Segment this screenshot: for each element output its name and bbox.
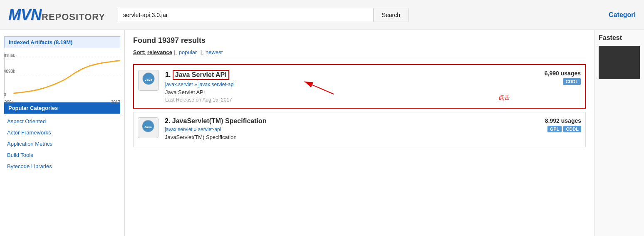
right-panel: Fastest — [594, 30, 644, 236]
logo-mvn: MVN — [8, 6, 42, 24]
sidebar-item-aspect-oriented[interactable]: Aspect Oriented — [0, 116, 124, 127]
sort-newest-link[interactable]: newest — [206, 49, 223, 55]
sort-separator-1: | — [174, 49, 177, 55]
result-card-1: Java 1. Java Servlet API javax.servlet »… — [133, 64, 586, 109]
result-badges-2: GPL CDDL — [547, 126, 581, 132]
result-link-2[interactable]: JavaServlet(TM) Specification — [172, 117, 267, 124]
sidebar-item-build-tools[interactable]: Build Tools — [0, 149, 124, 161]
result-name-1: Java Servlet API — [173, 70, 229, 80]
badge-cddl-2: CDDL — [563, 126, 581, 132]
artifacts-chart: 8186k 4093k 0 2004 2017 — [4, 52, 120, 98]
indexed-artifacts-label: Indexed Artifacts (8.19M) — [4, 36, 120, 48]
sort-separator-2: | — [201, 49, 203, 55]
sort-relevance: relevance — [147, 49, 172, 55]
chart-y-max: 8186k — [4, 53, 15, 58]
svg-text:Java: Java — [145, 78, 152, 82]
result-body-2: 2. JavaServlet(TM) Specification javax.s… — [165, 117, 531, 142]
sidebar-item-application-metrics[interactable]: Application Metrics — [0, 138, 124, 149]
results-count: Found 19397 results — [133, 36, 586, 45]
main-layout: Indexed Artifacts (8.19M) 8186k 4093k 0 … — [0, 30, 644, 236]
categories-link[interactable]: Categori — [609, 11, 636, 19]
badge-gpl-2: GPL — [547, 126, 562, 132]
chart-x-end: 2017 — [111, 100, 120, 104]
result-title-1: 1. Java Servlet API — [165, 70, 531, 80]
result-icon-2: Java — [138, 117, 159, 138]
search-input[interactable] — [118, 8, 374, 22]
result-coords-1: javax.servlet » javax.servlet-api — [165, 82, 531, 87]
result-release-1: Last Release on Aug 15, 2017 — [165, 97, 531, 103]
result-desc-1: Java Servlet API — [165, 89, 531, 95]
result-num-1: 1. — [165, 71, 171, 78]
result-body-1: 1. Java Servlet API javax.servlet » java… — [165, 70, 531, 103]
sort-label: Sort: — [133, 49, 146, 55]
result-desc-2: JavaServlet(TM) Specification — [165, 134, 531, 140]
svg-text:Java: Java — [144, 125, 152, 129]
result-card-2: Java 2. JavaServlet(TM) Specification ja… — [133, 112, 586, 147]
result-meta-1: 6,990 usages CDDL — [531, 70, 581, 85]
page-header: MVN REPOSITORY Search Categori — [0, 0, 644, 30]
result-num-2: 2. — [165, 117, 170, 124]
fastest-label: Fastest — [599, 34, 640, 42]
chart-x-start: 2004 — [5, 100, 14, 104]
result-badges-1: CDDL — [563, 78, 581, 85]
chart-y-mid: 4093k — [4, 69, 15, 74]
result-group-link-1[interactable]: javax.servlet — [165, 82, 193, 87]
sidebar-item-actor-frameworks[interactable]: Actor Frameworks — [0, 127, 124, 138]
result-usages-2: 8,992 usages — [545, 117, 581, 124]
search-bar: Search — [118, 8, 409, 22]
search-results-content: Found 19397 results Sort: relevance | po… — [125, 30, 594, 236]
right-panel-image — [599, 46, 640, 79]
result-title-2: 2. JavaServlet(TM) Specification — [165, 117, 531, 125]
result-usages-1: 6,990 usages — [545, 70, 581, 77]
result-group-link-2[interactable]: javax.servlet — [165, 127, 193, 132]
chart-y-min: 0 — [4, 92, 6, 97]
logo[interactable]: MVN REPOSITORY — [8, 6, 105, 24]
sidebar: Indexed Artifacts (8.19M) 8186k 4093k 0 … — [0, 30, 125, 236]
search-button[interactable]: Search — [374, 8, 409, 22]
result-meta-2: 8,992 usages GPL CDDL — [531, 117, 581, 132]
java-logo-svg: Java — [140, 72, 157, 89]
result-artifact-link-1[interactable]: javax.servlet-api — [198, 82, 235, 87]
logo-repository: REPOSITORY — [42, 12, 105, 22]
result-icon-1: Java — [138, 70, 159, 91]
sort-popular-link[interactable]: popular — [179, 49, 197, 55]
badge-cddl-1: CDDL — [563, 78, 581, 85]
chinese-annotation: 点击 — [498, 94, 510, 102]
popular-categories-label: Popular Categories — [4, 102, 120, 114]
java-logo-svg-2: Java — [140, 119, 156, 136]
coord-sep-1: » — [194, 82, 198, 87]
sort-bar: Sort: relevance | popular | newest — [133, 49, 586, 59]
coord-sep-2: » — [194, 127, 198, 132]
result-coords-2: javax.servlet » servlet-api — [165, 127, 531, 132]
result-artifact-link-2[interactable]: servlet-api — [198, 127, 221, 132]
sidebar-item-bytecode-libraries[interactable]: Bytecode Libraries — [0, 161, 124, 172]
result-link-1[interactable]: Java Servlet API — [175, 71, 227, 78]
